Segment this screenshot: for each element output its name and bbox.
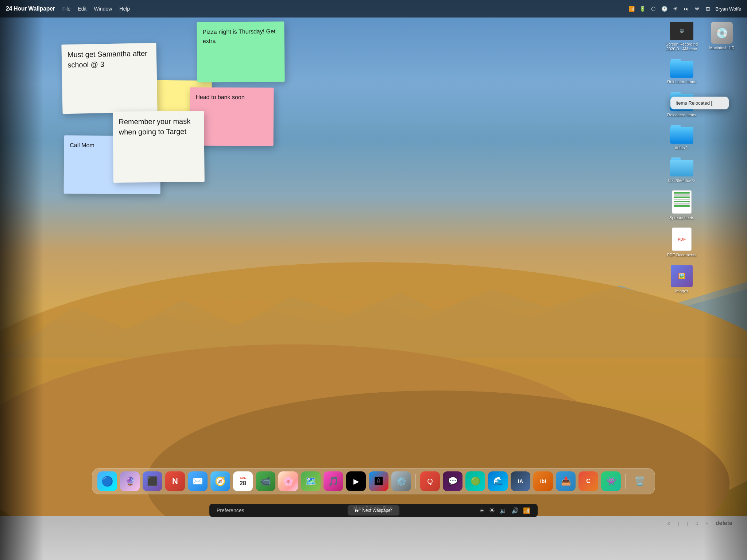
dock-appstore[interactable]: 🅰 <box>369 471 388 491</box>
images-label: Images <box>675 289 688 293</box>
battery-icon: 🔋 <box>639 5 646 12</box>
dock-launchpad[interactable]: ⬛ <box>143 471 162 491</box>
screen-recording-thumbnail: 🖥️ <box>670 22 693 40</box>
touchbar-brightness-up-icon[interactable]: ☀ <box>489 506 495 515</box>
bluetooth-icon: ⬡ <box>650 5 657 12</box>
pdf-documents-label: PDF Documents <box>667 253 697 257</box>
dock-alien-app[interactable]: 👾 <box>601 471 621 491</box>
alias-label: 0pc;/t5643cv ↻ <box>668 178 695 183</box>
dock-dropbox[interactable]: 📥 <box>556 471 576 491</box>
macintosh-hd-label: Macintosh HD <box>709 46 734 50</box>
menu-window[interactable]: Window <box>94 6 112 12</box>
touchbar-volume-down-icon[interactable]: 🔉 <box>500 507 507 514</box>
macintosh-hd-image: 💿 <box>711 22 733 44</box>
spreadsheets-image <box>672 190 692 214</box>
touchbar-right: ☀ ☀ 🔉 🔊 📶 <box>479 506 530 515</box>
touchbar-left: Preferences <box>217 508 244 513</box>
spreadsheets-label: Spreadsheets <box>669 215 694 220</box>
menubar-left: 24 Hour Wallpaper File Edit Window Help <box>6 5 130 12</box>
images-icon[interactable]: 🖼️ Images <box>665 265 698 293</box>
sticky-note-5[interactable]: Remember your mask when going to Target <box>113 111 205 183</box>
dock: 🔵 🔮 ⬛ N ✉️ 🧭 CAL 28 📹 🌸 🗺️ 🎵 ▶ <box>92 468 655 494</box>
screen-recording-icon-item[interactable]: 🖥️ Screen Recording 2020-0...AM.mov <box>665 22 698 51</box>
relocated-items-1-image <box>670 59 693 78</box>
relocated-items-1-icon[interactable]: Relocated Items <box>665 59 698 84</box>
menu-file[interactable]: File <box>62 6 71 12</box>
dock-news[interactable]: N <box>165 471 185 491</box>
images-image: 🖼️ <box>671 265 693 287</box>
dock-calendar[interactable]: CAL 28 <box>233 471 253 491</box>
touchbar-brightness-down-icon[interactable]: ☀ <box>479 507 484 514</box>
dock-ia[interactable]: iA <box>511 471 530 491</box>
desktop-icons: 🖥️ Screen Recording 2020-0...AM.mov 💿 Ma… <box>665 22 738 293</box>
dock-edge[interactable]: 🌊 <box>488 471 508 491</box>
keyboard: & ( ) 0 + delete <box>0 516 747 560</box>
relocated-items-1-label: Relocated Items <box>667 79 696 84</box>
spreadsheets-icon[interactable]: Spreadsheets <box>665 190 698 220</box>
items-relocated-notification: Items Relocated [ <box>670 97 729 109</box>
dock-appletv[interactable]: ▶ <box>346 471 366 491</box>
debts-label: debts ↻ <box>675 145 689 150</box>
alias-image <box>670 158 693 176</box>
relocated-items-2-label: Relocated Items <box>667 113 696 117</box>
brightness-icon: ☀ <box>671 5 679 12</box>
dock-system-prefs[interactable]: ⚙️ <box>391 471 411 491</box>
dock-music[interactable]: 🎵 <box>324 471 343 491</box>
dock-finder[interactable]: 🔵 <box>97 471 117 491</box>
app-name: 24 Hour Wallpaper <box>6 5 55 12</box>
touchbar-volume-up-icon[interactable]: 🔊 <box>511 507 519 514</box>
macbook-label: MacBook Pro <box>353 505 394 511</box>
debts-icon[interactable]: debts ↻ <box>665 125 698 150</box>
dock-green-app[interactable]: 🟢 <box>465 471 485 491</box>
touchbar-preferences[interactable]: Preferences <box>217 508 244 513</box>
alias-icon[interactable]: 0pc;/t5643cv ↻ <box>665 158 698 183</box>
wifi-icon: 📶 <box>628 5 635 12</box>
dock-slack[interactable]: 💬 <box>443 471 462 491</box>
debts-image <box>670 125 693 144</box>
dropbox-icon: ❋ <box>693 5 701 12</box>
dock-trash[interactable]: 🗑️ <box>630 471 650 491</box>
touchbar-wifi-icon[interactable]: 📶 <box>523 507 530 514</box>
dock-ibi[interactable]: ibi <box>533 471 553 491</box>
macintosh-hd-icon-item[interactable]: 💿 Macintosh HD <box>705 22 738 50</box>
sticky-note-3[interactable]: Pizza night is Thursday! Get extra <box>197 22 285 82</box>
sticky-note-1[interactable]: Must get Samantha after school @ 3 <box>61 43 157 114</box>
menu-edit[interactable]: Edit <box>78 6 86 12</box>
dock-photos[interactable]: 🌸 <box>278 471 298 491</box>
fast-forward-icon: ⏭ <box>682 5 690 12</box>
menu-help[interactable]: Help <box>119 6 130 12</box>
control-center-icon[interactable]: ⊞ <box>704 5 712 12</box>
dock-clario[interactable]: C <box>578 471 598 491</box>
dock-mail[interactable]: ✉️ <box>188 471 208 491</box>
dock-siri[interactable]: 🔮 <box>120 471 140 491</box>
dock-divider <box>415 474 416 489</box>
dock-quill[interactable]: Q <box>420 471 440 491</box>
dock-safari[interactable]: 🧭 <box>210 471 230 491</box>
dock-divider-2 <box>625 474 626 489</box>
screen-recording-label: Screen Recording 2020-0...AM.mov <box>665 42 698 51</box>
dock-maps[interactable]: 🗺️ <box>301 471 321 491</box>
menubar: 24 Hour Wallpaper File Edit Window Help … <box>0 0 747 18</box>
menubar-right: 📶 🔋 ⬡ 🕐 ☀ ⏭ ❋ ⊞ Bryan Wolfe <box>628 5 741 12</box>
pdf-documents-image: PDF <box>672 228 692 251</box>
clock-icon: 🕐 <box>661 5 668 12</box>
dock-facetime[interactable]: 📹 <box>256 471 275 491</box>
pdf-documents-icon[interactable]: PDF PDF Documents <box>665 228 698 257</box>
user-name: Bryan Wolfe <box>715 6 741 12</box>
